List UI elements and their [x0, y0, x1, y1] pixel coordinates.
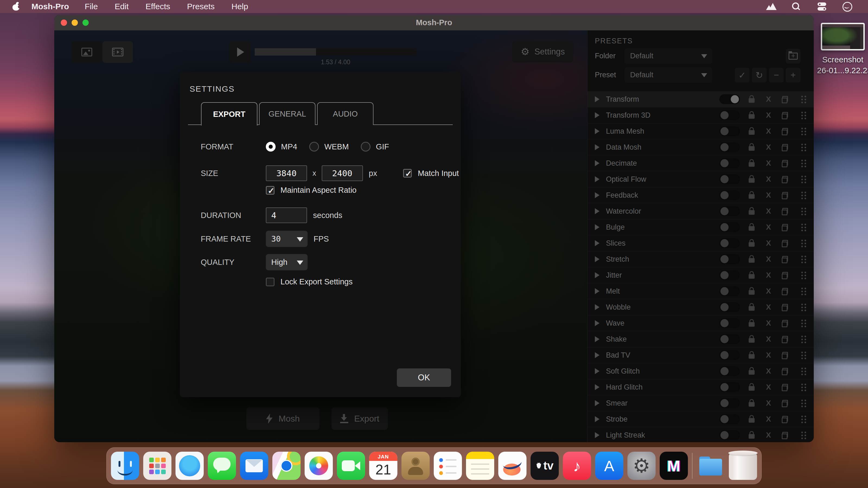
duplicate-icon[interactable]	[782, 385, 788, 390]
duplicate-icon[interactable]	[782, 145, 788, 151]
radio-icon[interactable]	[309, 142, 319, 152]
duplicate-icon[interactable]	[782, 177, 788, 183]
duplicate-icon[interactable]	[782, 401, 788, 406]
dock-icon-calendar[interactable]: JAN21	[369, 452, 397, 480]
drag-handle-icon[interactable]	[801, 334, 807, 344]
effect-row-strobe[interactable]: StrobeX	[588, 411, 814, 427]
dock-icon-trash[interactable]	[729, 452, 757, 480]
effect-enable-toggle[interactable]	[719, 318, 740, 328]
delete-icon[interactable]: X	[766, 159, 771, 167]
folder-dropdown[interactable]: Default	[625, 48, 712, 64]
format-option-mp4[interactable]: MP4	[266, 142, 297, 152]
duplicate-icon[interactable]	[782, 241, 788, 247]
effect-enable-toggle[interactable]	[719, 142, 740, 152]
effect-enable-toggle[interactable]	[719, 174, 740, 184]
delete-icon[interactable]: X	[766, 351, 771, 359]
quality-dropdown[interactable]: High	[266, 254, 308, 270]
lock-icon[interactable]	[749, 178, 755, 183]
effect-row-bad-tv[interactable]: Bad TVX	[588, 347, 814, 363]
drag-handle-icon[interactable]	[801, 351, 807, 360]
delete-icon[interactable]: X	[766, 335, 771, 344]
duplicate-icon[interactable]	[782, 209, 788, 215]
effect-enable-toggle[interactable]	[719, 158, 740, 168]
radio-selected-icon[interactable]	[266, 142, 276, 152]
effect-row-transform-3d[interactable]: Transform 3DX	[588, 107, 814, 123]
drag-handle-icon[interactable]	[801, 430, 807, 440]
delete-icon[interactable]: X	[766, 367, 771, 376]
effect-enable-toggle[interactable]	[719, 430, 740, 440]
search-icon[interactable]	[792, 2, 801, 11]
preset-dropdown[interactable]: Default	[625, 67, 712, 83]
duplicate-icon[interactable]	[782, 129, 788, 134]
delete-icon[interactable]: X	[766, 111, 771, 120]
lock-icon[interactable]	[749, 146, 755, 151]
lock-icon[interactable]	[749, 258, 755, 263]
duplicate-icon[interactable]	[782, 337, 788, 343]
dock-icon-moshpro[interactable]: M	[660, 452, 688, 480]
duplicate-icon[interactable]	[782, 369, 788, 375]
format-option-gif[interactable]: GIF	[361, 142, 389, 152]
lock-icon[interactable]	[749, 418, 755, 423]
lock-icon[interactable]	[749, 402, 755, 407]
duplicate-icon[interactable]	[782, 193, 788, 198]
dock-icon-systemsettings[interactable]: ⚙	[627, 452, 656, 480]
delete-icon[interactable]: X	[766, 191, 771, 199]
lock-icon[interactable]	[749, 290, 755, 295]
duplicate-icon[interactable]	[782, 321, 788, 326]
menu-item-presets[interactable]: Presets	[187, 2, 215, 11]
effect-row-bulge[interactable]: BulgeX	[588, 219, 814, 235]
expand-triangle-icon[interactable]	[595, 256, 599, 262]
dock-icon-messages[interactable]	[208, 452, 236, 480]
lock-icon[interactable]	[749, 386, 755, 391]
effect-row-feedback[interactable]: FeedbackX	[588, 187, 814, 203]
effect-enable-toggle[interactable]	[719, 414, 740, 424]
delete-icon[interactable]: X	[766, 95, 771, 104]
effect-enable-toggle[interactable]	[719, 222, 740, 232]
drag-handle-icon[interactable]	[801, 398, 807, 408]
expand-triangle-icon[interactable]	[595, 400, 599, 406]
delete-icon[interactable]: X	[766, 175, 771, 184]
effect-enable-toggle[interactable]	[719, 206, 740, 216]
drag-handle-icon[interactable]	[801, 302, 807, 312]
effect-row-transform[interactable]: TransformX	[588, 91, 814, 107]
export-button[interactable]: Export	[332, 407, 388, 430]
effect-row-watercolor[interactable]: WatercolorX	[588, 203, 814, 219]
effect-row-jitter[interactable]: JitterX	[588, 267, 814, 283]
effect-row-optical-flow[interactable]: Optical FlowX	[588, 171, 814, 187]
effect-enable-toggle[interactable]	[719, 398, 740, 408]
effect-enable-toggle[interactable]	[719, 286, 740, 296]
delete-icon[interactable]: X	[766, 223, 771, 231]
expand-triangle-icon[interactable]	[595, 224, 599, 230]
remove-preset-button[interactable]: −	[769, 68, 784, 83]
effect-row-hard-glitch[interactable]: Hard GlitchX	[588, 379, 814, 395]
delete-icon[interactable]: X	[766, 127, 771, 135]
delete-icon[interactable]: X	[766, 143, 771, 152]
drag-handle-icon[interactable]	[801, 206, 807, 216]
desktop-screenshot-file[interactable]: Screenshot 26-01...9.22.23	[817, 23, 868, 76]
menu-app-name[interactable]: Mosh-Pro	[31, 2, 69, 11]
control-center-icon[interactable]	[817, 2, 827, 11]
playback-progress-bar[interactable]	[255, 48, 416, 56]
lock-icon[interactable]	[749, 434, 755, 438]
drag-handle-icon[interactable]	[801, 95, 807, 104]
play-button[interactable]	[229, 41, 251, 63]
drag-handle-icon[interactable]	[801, 174, 807, 184]
expand-triangle-icon[interactable]	[595, 416, 599, 422]
screenshot-thumbnail[interactable]	[821, 23, 865, 51]
duplicate-icon[interactable]	[782, 257, 788, 262]
dock-icon-freeform[interactable]	[498, 452, 527, 480]
effect-enable-toggle[interactable]	[719, 382, 740, 392]
lock-icon[interactable]	[749, 162, 755, 167]
lock-icon[interactable]	[749, 226, 755, 231]
video-mode-button[interactable]	[102, 41, 133, 63]
menu-item-effects[interactable]: Effects	[145, 2, 170, 11]
effect-row-decimate[interactable]: DecimateX	[588, 155, 814, 171]
frame-rate-dropdown[interactable]: 30	[266, 231, 308, 247]
delete-icon[interactable]: X	[766, 319, 771, 327]
effect-row-smear[interactable]: SmearX	[588, 395, 814, 411]
drag-handle-icon[interactable]	[801, 191, 807, 200]
expand-triangle-icon[interactable]	[595, 176, 599, 182]
window-titlebar[interactable]: Mosh-Pro	[54, 15, 814, 30]
delete-icon[interactable]: X	[766, 287, 771, 295]
format-option-webm[interactable]: WEBM	[309, 142, 349, 152]
